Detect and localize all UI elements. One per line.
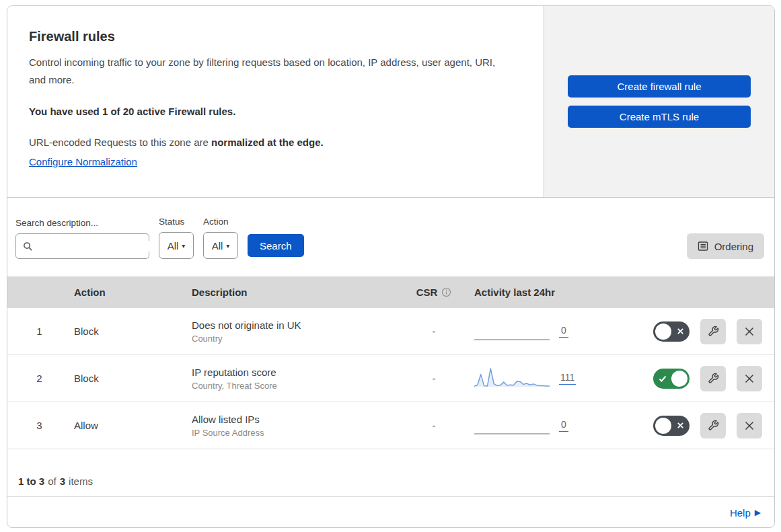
search-input[interactable] [38,241,160,252]
edit-rule-button[interactable] [700,319,726,344]
activity-count-link[interactable]: 0 [559,325,568,338]
page-description: Control incoming traffic to your zone by… [29,54,513,88]
action-value: All [212,240,223,252]
ordering-button[interactable]: Ordering [687,233,764,259]
rule-enabled-toggle[interactable] [653,321,690,342]
rule-csr: - [397,420,471,431]
rule-criteria: Country [192,334,397,344]
column-csr: CSR [416,287,438,298]
page-title: Firewall rules [29,29,517,44]
activity-sparkline [474,367,550,390]
column-activity: Activity last 24hr [471,287,622,298]
usage-summary: You have used 1 of 20 active Firewall ru… [29,106,517,117]
rule-criteria: IP Source Address [192,428,397,438]
actions-panel: Create firewall rule Create mTLS rule [544,6,774,197]
rule-csr: - [397,326,471,337]
x-icon [744,326,755,337]
wrench-icon [708,373,719,384]
edit-rule-button[interactable] [700,413,726,439]
help-label: Help [730,507,751,519]
rule-action: Allow [71,420,192,431]
normalization-bold: normalized at the edge. [211,137,324,148]
rule-action: Block [71,326,192,337]
x-icon [744,373,755,384]
of-text: of [48,476,57,487]
table-row: 1 Block Does not originate in UK Country… [7,308,774,355]
help-bar: Help ▶ [7,497,774,528]
activity-sparkline [474,320,550,343]
rule-description: Does not originate in UK [192,319,397,331]
x-icon [677,328,684,335]
toggle-knob [671,371,687,387]
column-action: Action [71,287,192,298]
total-text: 3 [60,476,65,487]
edit-rule-button[interactable] [700,366,726,391]
firewall-rules-card: Firewall rules Control incoming traffic … [7,5,775,528]
delete-rule-button[interactable] [737,413,762,439]
intro-panel: Firewall rules Control incoming traffic … [7,6,544,197]
search-box [15,233,149,259]
rule-csr: - [397,373,471,384]
help-link[interactable]: Help ▶ [730,507,761,519]
filter-bar: Search description... Status All ▾ Actio… [7,198,774,276]
table-header: Action Description CSR Activity last 24h… [7,276,774,308]
ordering-label: Ordering [714,241,753,252]
toggle-knob [655,418,671,434]
configure-normalization-link[interactable]: Configure Normalization [29,156,137,167]
rule-priority: 1 [7,326,71,337]
column-description: Description [192,287,397,298]
x-icon [677,422,684,429]
activity-count-link[interactable]: 0 [559,419,568,432]
rule-action: Block [71,373,192,384]
normalization-text: URL-encoded Requests to this zone are [29,137,209,148]
search-icon [23,241,33,252]
normalization-note: URL-encoded Requests to this zone are no… [29,135,517,151]
rule-description: Allow listed IPs [192,414,397,425]
chevron-down-icon: ▾ [226,242,229,250]
delete-rule-button[interactable] [737,366,762,391]
search-button[interactable]: Search [248,234,304,257]
rule-enabled-toggle[interactable] [653,416,690,436]
chevron-down-icon: ▾ [182,242,185,250]
status-value: All [168,240,179,252]
activity-sparkline [474,414,550,437]
top-section: Firewall rules Control incoming traffic … [7,6,774,198]
rule-description: IP reputation score [192,367,397,378]
status-label: Status [159,217,194,227]
items-text: items [69,476,93,487]
wrench-icon [708,420,719,431]
info-icon[interactable] [441,287,451,297]
rule-priority: 3 [7,420,71,431]
toggle-knob [655,324,671,340]
rule-enabled-toggle[interactable] [653,369,690,389]
rule-criteria: Country, Threat Score [192,381,397,391]
search-label: Search description... [15,218,149,228]
pagination-summary: 1 to 3 of 3 items [7,449,774,497]
create-mtls-rule-button[interactable]: Create mTLS rule [568,106,751,128]
rule-priority: 2 [7,373,71,384]
action-label: Action [203,217,238,227]
table-row: 2 Block IP reputation score Country, Thr… [7,355,774,402]
delete-rule-button[interactable] [737,319,762,344]
list-icon [698,241,708,252]
table-row: 3 Allow Allow listed IPs IP Source Addre… [7,402,774,449]
check-icon [659,375,667,383]
x-icon [744,420,755,431]
wrench-icon [708,326,719,337]
range-text: 1 to 3 [18,476,44,487]
create-firewall-rule-button[interactable]: Create firewall rule [568,75,751,98]
activity-count-link[interactable]: 111 [559,372,576,385]
action-dropdown[interactable]: All ▾ [203,232,238,259]
status-dropdown[interactable]: All ▾ [159,232,194,259]
arrow-right-icon: ▶ [755,508,761,517]
